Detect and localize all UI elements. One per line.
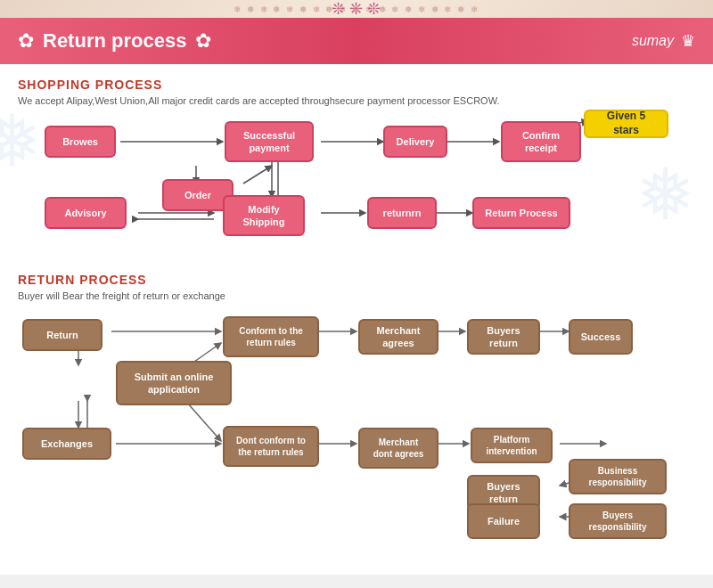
- box-dont-conform: Dont conform to the return rules: [223, 426, 319, 467]
- box-business-resp: Business responsibility: [569, 459, 667, 494]
- top-decoration: ❊ ❊ ❊: [0, 0, 713, 18]
- page-wrapper: ❊ ❊ ❊ ✿ Return process ✿ sumay ♛ ❅ ❅ SHO…: [0, 0, 713, 575]
- shopping-flow: Browes Successful payment Delivery Confi…: [18, 117, 695, 259]
- header-deco-right: ✿: [195, 29, 211, 53]
- shopping-desc: We accept Alipay,West Union,All major cr…: [18, 95, 695, 106]
- box-merchant-dont: Merchant dont agrees: [358, 428, 438, 469]
- box-platform: Platform intervention: [471, 428, 553, 463]
- box-failure: Failure: [467, 503, 540, 539]
- brand-name: sumay: [632, 33, 674, 49]
- box-merchant-agrees: Merchant agrees: [358, 319, 438, 355]
- return-title: RETURN PROCESS: [18, 273, 695, 287]
- box-returnrn: returnrn: [367, 197, 437, 229]
- box-modify-shipping: Modify Shipping: [223, 195, 305, 236]
- box-return: Return: [22, 319, 102, 351]
- shopping-title: SHOPPING PROCESS: [18, 78, 695, 92]
- header-banner: ✿ Return process ✿ sumay ♛: [0, 18, 713, 64]
- box-submit-online: Submit an online application: [116, 361, 232, 405]
- box-buyers-return-1: Buyers return: [467, 319, 540, 355]
- shopping-arrows: [18, 117, 695, 259]
- box-conform-return: Conform to the return rules: [223, 316, 319, 357]
- box-success: Success: [569, 319, 633, 355]
- svg-line-5: [243, 166, 272, 184]
- box-delivery: Delivery: [383, 126, 447, 158]
- return-section: RETURN PROCESS Buyer will Bear the freig…: [18, 273, 695, 543]
- box-confirm-receipt: Confirm receipt: [501, 121, 581, 162]
- box-return-process: Return Process: [472, 197, 570, 229]
- box-exchanges: Exchanges: [22, 428, 111, 460]
- box-successful-payment: Successful payment: [225, 121, 314, 162]
- box-advisory: Advisory: [45, 197, 127, 229]
- crown-icon: ♛: [681, 31, 695, 51]
- header-deco-left: ✿: [18, 29, 34, 53]
- main-content: ❅ ❅ SHOPPING PROCESS We accept Alipay,We…: [0, 64, 713, 575]
- box-given-5-stars: Given 5 stars: [584, 110, 668, 138]
- header-title: Return process: [43, 29, 186, 53]
- shopping-section: SHOPPING PROCESS We accept Alipay,West U…: [18, 78, 695, 259]
- return-flow: Return Submit an online application Exch…: [18, 312, 695, 543]
- box-buyers-resp: Buyers responsibility: [569, 503, 667, 539]
- box-browes: Browes: [45, 126, 116, 158]
- return-desc: Buyer will Bear the freight of return or…: [18, 290, 695, 301]
